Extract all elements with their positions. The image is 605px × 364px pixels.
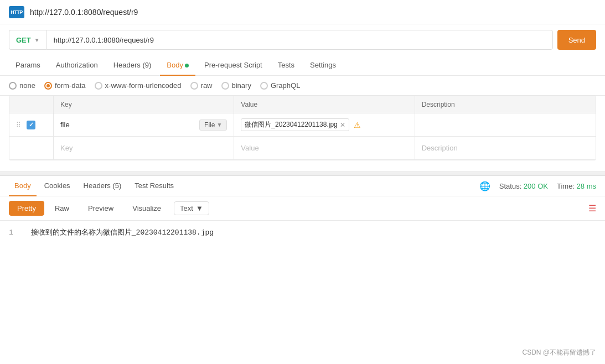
response-tab-headers[interactable]: Headers (5) — [78, 176, 127, 196]
row-key-value[interactable]: file — [60, 121, 70, 129]
file-chevron-icon: ▼ — [216, 122, 222, 128]
radio-raw[interactable]: raw — [190, 81, 213, 90]
format-tabs-row: Pretty Raw Preview Visualize Text ▼ ☰ — [0, 196, 605, 221]
status-value: 200 OK — [524, 182, 548, 190]
header-description: Description — [415, 96, 596, 113]
app-icon: HTTP — [9, 6, 24, 18]
section-divider — [0, 171, 605, 176]
response-tab-test-results[interactable]: Test Results — [129, 176, 179, 196]
header-checkbox-col — [9, 96, 54, 113]
radio-form-data[interactable]: form-data — [44, 81, 86, 90]
text-format-label: Text — [180, 204, 193, 212]
radio-form-data-circle — [44, 82, 52, 90]
chevron-down-icon: ▼ — [34, 37, 40, 43]
tab-tests[interactable]: Tests — [271, 55, 301, 76]
format-tab-pretty[interactable]: Pretty — [9, 201, 44, 216]
drag-handle-icon[interactable]: ⠿ — [16, 121, 21, 129]
placeholder-value[interactable]: Value — [234, 137, 415, 159]
response-content: 1 接收到的文件的名称为微信图片_20230412201138.jpg — [0, 221, 605, 244]
method-dropdown[interactable]: GET ▼ — [9, 30, 46, 50]
response-tab-cookies[interactable]: Cookies — [39, 176, 76, 196]
tab-headers[interactable]: Headers (9) — [107, 55, 158, 76]
url-input[interactable] — [46, 30, 553, 50]
table-row: ⠿ file File ▼ 微信图片_20230412201138.jpg ✕ … — [9, 113, 596, 137]
send-button[interactable]: Send — [557, 30, 596, 50]
row-checkbox[interactable] — [27, 121, 35, 129]
tab-body[interactable]: Body — [160, 55, 195, 76]
response-tabs-left: Body Cookies Headers (5) Test Results — [9, 176, 179, 196]
header-value: Value — [234, 96, 415, 113]
header-key: Key — [54, 96, 234, 113]
globe-icon: 🌐 — [479, 181, 490, 191]
params-table-container: Key Value Description ⠿ file File ▼ 微信图片… — [9, 96, 596, 160]
watermark-text: CSDN @不能再留遗憾了 — [522, 348, 596, 357]
row-description-cell[interactable] — [415, 113, 596, 136]
tab-pre-request-script[interactable]: Pre-request Script — [198, 55, 269, 76]
body-dot-indicator — [185, 64, 189, 67]
radio-urlencoded-circle — [95, 82, 102, 90]
file-type-dropdown[interactable]: File ▼ — [199, 119, 227, 131]
row-control-cell: ⠿ — [9, 113, 54, 136]
table-header: Key Value Description — [9, 96, 596, 113]
placeholder-row: Key Value Description — [9, 137, 596, 160]
line-number: 1 — [9, 228, 18, 237]
format-tab-visualize[interactable]: Visualize — [124, 201, 169, 216]
response-tab-body[interactable]: Body — [9, 176, 37, 196]
placeholder-description[interactable]: Description — [415, 137, 596, 159]
radio-none-circle — [9, 82, 17, 90]
tab-params[interactable]: Params — [9, 55, 47, 76]
file-chip-name: 微信图片_20230412201138.jpg — [245, 120, 337, 129]
wrap-text-icon[interactable]: ☰ — [588, 203, 596, 214]
placeholder-control — [9, 137, 54, 159]
title-bar: HTTP http://127.0.0.1:8080/request/r9 — [0, 0, 605, 24]
row-key-cell: file File ▼ — [54, 113, 234, 136]
text-format-dropdown[interactable]: Text ▼ — [174, 201, 209, 215]
response-body-text: 接收到的文件的名称为微信图片_20230412201138.jpg — [31, 228, 214, 237]
file-chip-close-icon[interactable]: ✕ — [340, 121, 345, 129]
radio-graphql-circle — [260, 82, 268, 90]
method-label: GET — [16, 36, 31, 44]
radio-raw-circle — [190, 82, 198, 90]
radio-urlencoded[interactable]: x-www-form-urlencoded — [95, 81, 182, 90]
text-format-chevron-icon: ▼ — [196, 204, 203, 212]
placeholder-key[interactable]: Key — [54, 137, 234, 159]
body-type-selector: none form-data x-www-form-urlencoded raw… — [0, 76, 605, 96]
tab-settings[interactable]: Settings — [303, 55, 343, 76]
radio-binary[interactable]: binary — [221, 81, 251, 90]
url-bar: GET ▼ Send — [0, 24, 605, 55]
warning-icon: ⚠ — [354, 121, 361, 129]
response-tabs-row: Body Cookies Headers (5) Test Results 🌐 … — [0, 176, 605, 196]
response-status-bar: 🌐 Status: 200 OK Time: 28 ms — [479, 181, 596, 191]
radio-none[interactable]: none — [9, 81, 35, 90]
row-value-cell: 微信图片_20230412201138.jpg ✕ ⚠ — [234, 113, 415, 136]
time-value: 28 ms — [577, 182, 596, 190]
radio-graphql[interactable]: GraphQL — [260, 81, 300, 90]
file-chip: 微信图片_20230412201138.jpg ✕ — [241, 118, 349, 131]
request-tabs: Params Authorization Headers (9) Body Pr… — [0, 55, 605, 76]
window-title: http://127.0.0.1:8080/request/r9 — [30, 8, 138, 17]
radio-binary-circle — [221, 82, 229, 90]
format-tab-raw[interactable]: Raw — [46, 201, 77, 216]
tab-authorization[interactable]: Authorization — [49, 55, 105, 76]
format-tab-preview[interactable]: Preview — [80, 201, 122, 216]
response-section: Body Cookies Headers (5) Test Results 🌐 … — [0, 176, 605, 244]
